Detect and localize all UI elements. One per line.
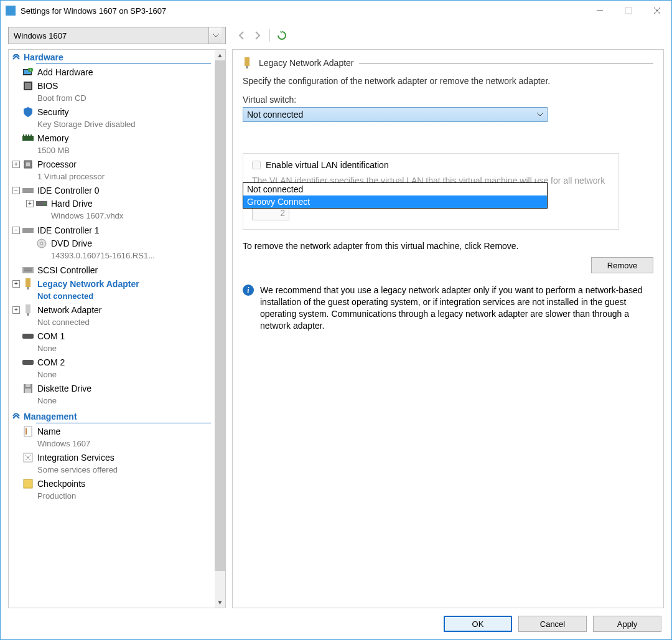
maximize-button[interactable]: [614, 1, 643, 21]
svg-rect-10: [22, 136, 34, 141]
tree-item-dvd-drive[interactable]: DVD Drive14393.0.160715-1616.RS1...: [12, 237, 215, 263]
svg-rect-18: [36, 201, 47, 206]
network-adapter-icon: [22, 304, 34, 316]
tree-item-hard-drive[interactable]: + Hard DriveWindows 1607.vhdx: [12, 197, 215, 223]
window-title: Settings for Windows 1607 on SP3-1607: [21, 6, 586, 16]
com-port-icon: [22, 331, 34, 342]
svg-rect-32: [25, 388, 31, 393]
remove-description: To remove the network adapter from this …: [243, 241, 653, 251]
tree-scrollbar[interactable]: ▲ ▼: [215, 50, 225, 608]
panel-description: Specify the configuration of the network…: [243, 76, 653, 86]
svg-rect-24: [26, 278, 30, 287]
scroll-up-icon[interactable]: ▲: [215, 50, 225, 60]
nav-back-button[interactable]: [235, 29, 248, 42]
svg-text:+: +: [29, 68, 32, 72]
svg-rect-16: [26, 162, 30, 166]
add-hardware-icon: +: [22, 67, 34, 78]
tree-item-processor[interactable]: + Processor1 Virtual processor: [9, 158, 215, 184]
dropdown-option-not-connected[interactable]: Not connected: [243, 183, 547, 195]
svg-rect-25: [27, 287, 29, 289]
remove-button[interactable]: Remove: [591, 257, 653, 273]
network-adapter-icon: [22, 278, 34, 289]
dropdown-option-groovy-connect[interactable]: Groovy Connect: [243, 195, 547, 208]
svg-rect-20: [22, 228, 34, 233]
scsi-icon: [22, 265, 34, 276]
svg-rect-29: [22, 360, 34, 365]
cancel-button[interactable]: Cancel: [518, 616, 587, 632]
svg-rect-34: [26, 428, 27, 435]
expand-icon[interactable]: +: [12, 280, 20, 288]
settings-panel: Legacy Network Adapter Specify the confi…: [232, 49, 664, 608]
svg-rect-1: [625, 7, 632, 14]
category-management[interactable]: Management: [9, 410, 215, 423]
svg-rect-14: [30, 134, 32, 136]
tree-item-memory[interactable]: Memory1500 MB: [9, 131, 215, 158]
ok-button[interactable]: OK: [444, 616, 512, 632]
controller-icon: [22, 185, 34, 196]
svg-rect-17: [22, 188, 34, 193]
svg-rect-27: [27, 313, 29, 316]
svg-rect-23: [22, 267, 34, 273]
settings-tree: Hardware + Add Hardware BIOSBoot from CD: [9, 50, 215, 608]
collapse-icon: [12, 54, 20, 60]
vm-selector[interactable]: Windows 1607: [8, 27, 226, 44]
vlan-enable-checkbox[interactable]: Enable virtual LAN identification: [252, 160, 610, 170]
virtual-switch-dropdown: Not connected Groovy Connect: [243, 182, 548, 209]
tree-item-ide0[interactable]: − IDE Controller 0 + Hard DriveWindows 1…: [9, 184, 215, 224]
tree-item-com2[interactable]: COM 2None: [9, 355, 215, 382]
tree-item-integration[interactable]: Integration ServicesSome services offere…: [9, 451, 215, 477]
vm-selector-value: Windows 1607: [14, 31, 67, 40]
refresh-button[interactable]: [275, 29, 289, 42]
tree-item-bios[interactable]: BIOSBoot from CD: [9, 79, 215, 105]
nav-forward-button[interactable]: [251, 29, 264, 42]
collapse-icon: [12, 413, 20, 420]
com-port-icon: [22, 357, 34, 368]
diskette-icon: [22, 383, 34, 394]
collapse-icon[interactable]: −: [12, 187, 20, 194]
panel-title: Legacy Network Adapter: [259, 58, 354, 68]
tree-item-network-adapter[interactable]: + Network AdapterNot connected: [9, 303, 215, 329]
tree-item-legacy-network-adapter[interactable]: + Legacy Network AdapterNot connected: [9, 277, 215, 303]
apply-button[interactable]: Apply: [593, 616, 661, 632]
scrollbar-thumb[interactable]: [215, 60, 225, 571]
tree-item-security[interactable]: SecurityKey Storage Drive disabled: [9, 105, 215, 131]
name-icon: [22, 426, 34, 437]
svg-rect-37: [245, 57, 250, 66]
app-icon: [6, 6, 16, 16]
integration-icon: [22, 452, 34, 463]
svg-rect-9: [25, 83, 31, 89]
virtual-switch-label: Virtual switch:: [243, 95, 653, 105]
minimize-button[interactable]: [586, 1, 614, 21]
svg-rect-11: [23, 134, 24, 136]
processor-icon: [22, 159, 34, 170]
tree-item-scsi[interactable]: SCSI Controller: [9, 263, 215, 277]
svg-rect-33: [24, 426, 32, 436]
svg-rect-12: [26, 134, 27, 136]
virtual-switch-combo[interactable]: Not connected: [243, 107, 548, 122]
expand-icon[interactable]: +: [12, 161, 20, 168]
expand-icon[interactable]: +: [12, 306, 20, 314]
tree-item-name[interactable]: NameWindows 1607: [9, 425, 215, 451]
expand-icon[interactable]: +: [26, 200, 34, 207]
dvd-icon: [36, 238, 47, 249]
bios-icon: [22, 80, 34, 92]
scroll-down-icon[interactable]: ▼: [215, 597, 225, 608]
chevron-down-icon: [537, 113, 543, 116]
vlan-checkbox-input[interactable]: [252, 161, 261, 169]
svg-rect-31: [26, 384, 30, 387]
controller-icon: [22, 225, 34, 236]
chevron-down-icon: [213, 34, 219, 37]
tree-item-diskette[interactable]: Diskette DriveNone: [9, 382, 215, 408]
checkpoints-icon: [22, 478, 34, 489]
titlebar: Settings for Windows 1607 on SP3-1607: [1, 1, 671, 21]
tree-item-checkpoints[interactable]: CheckpointsProduction: [9, 477, 215, 503]
category-hardware[interactable]: Hardware: [9, 51, 215, 64]
svg-rect-38: [246, 66, 248, 68]
tree-item-add-hardware[interactable]: + Add Hardware: [9, 65, 215, 79]
svg-rect-36: [24, 479, 32, 488]
info-text: We recommend that you use a legacy netwo…: [260, 285, 653, 332]
close-button[interactable]: [643, 1, 671, 21]
collapse-icon[interactable]: −: [12, 227, 20, 234]
tree-item-com1[interactable]: COM 1None: [9, 329, 215, 355]
tree-item-ide1[interactable]: − IDE Controller 1 DVD Drive14393.0.1607…: [9, 224, 215, 263]
